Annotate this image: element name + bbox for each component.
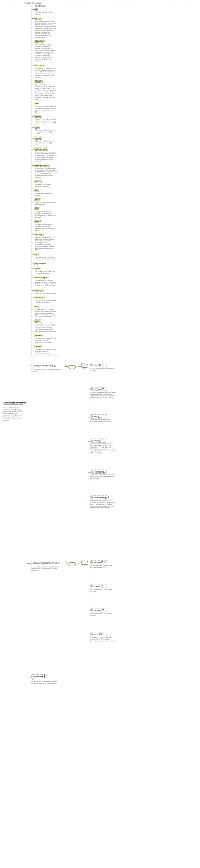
any-other-box: any ##other [31, 675, 45, 678]
attribute-desc: The related value (see more in the spec … [35, 271, 56, 274]
element-box[interactable]: narrower+ [90, 609, 105, 612]
attribute-desc: If set to true the corresponding propert… [35, 84, 56, 100]
attribute-desc: A qualified code which identifies a conc… [35, 184, 56, 187]
element-desc: A link to an item or a web resource whic… [90, 474, 116, 479]
element-icon [91, 496, 93, 499]
element-label: related [94, 633, 99, 635]
expand-icon[interactable]: + [54, 365, 56, 367]
expand-icon[interactable]: + [58, 562, 60, 564]
element-box[interactable]: definition+ [90, 388, 105, 391]
attribute-any---other: any ##other [34, 262, 59, 265]
element-box[interactable]: broader+ [90, 585, 104, 588]
attribute-reluri: reluriThe identifier of a concept defini… [34, 319, 59, 332]
attribute-desc: A free-text value assigned as property v… [35, 202, 56, 206]
element-box[interactable]: sameAs+ [90, 561, 105, 564]
element-box[interactable]: facet+ [90, 439, 102, 442]
attribute-box: modified [34, 64, 43, 67]
attributes-header: attributes [34, 5, 47, 7]
attribute-box: custom [34, 80, 43, 83]
attribute-box: id [34, 8, 38, 11]
attribute-box: how [34, 102, 40, 105]
element-desc: Additional natural language information … [90, 419, 116, 422]
expand-icon[interactable]: + [99, 364, 101, 366]
attribute-desc: The date (and, optionally, the time) bef… [35, 338, 56, 343]
element-desc: An identifier of a concept with equivale… [90, 565, 116, 568]
attribute-valuedatatype: valuedatatypeThe datatype of the value a… [34, 276, 59, 287]
element-facet: facet+(In NAR 1.8 and later, facet is de… [90, 439, 198, 454]
attribute-desc: The type of the concept assigned as cont… [35, 224, 56, 231]
attribute-id: idThe local identifier of the property. [34, 8, 59, 15]
attribute-pubconstraint: pubconstraintOne or many constraints tha… [34, 148, 59, 162]
attribute-creatoruri: creatoruriIf the attribute is empty, spe… [34, 40, 59, 62]
element-icon [91, 609, 93, 611]
attribute-how: howIndicates by which means the value wa… [34, 102, 59, 113]
element-broader: broader+An identifier of a more generic … [90, 585, 198, 592]
element-label: hierarchyInfo [94, 497, 105, 499]
attribute-custom: customIf set to true the corresponding p… [34, 80, 59, 100]
element-icon [91, 561, 93, 564]
ext-desc: Extension point for provider-defined pro… [31, 681, 57, 684]
expand-icon[interactable]: + [100, 633, 102, 635]
cardinality-label: 0..∞ [32, 678, 57, 680]
attributes-icon [35, 5, 37, 7]
group-concept-definition: ConceptDefinitionGroup + A group of prop… [31, 364, 198, 525]
attribute-validto: validtoThe date (and, optionally, the ti… [34, 345, 59, 354]
element-label: definition [94, 388, 102, 390]
element-box[interactable]: name+ [90, 364, 103, 367]
element-remoteInfo: remoteInfo+A link to an item or a web re… [90, 470, 198, 479]
element-label: note [94, 416, 98, 418]
element-icon [91, 440, 93, 442]
attribute-desc: If the attribute is empty, specifies whi… [35, 44, 56, 62]
element-icon [91, 415, 93, 418]
attribute-desc: If the property value is not defined, sp… [35, 20, 56, 38]
attribute-why: whyWhy the metadata has been included - … [34, 126, 59, 135]
group-box[interactable]: ConceptDefinitionGroup + [31, 364, 67, 368]
element-hierarchyInfo: hierarchyInfo+Represents the position of… [90, 496, 198, 509]
attribute-desc: The date (and, optionally, the time) aft… [35, 348, 56, 354]
attribute-desc: The type of the concept assigned as cont… [35, 211, 56, 218]
element-box[interactable]: remoteInfo+ [90, 470, 107, 473]
attribute-desc: The date (and, optionally, the time) whe… [35, 67, 56, 79]
attribute-creator: creatorIf the property value is not defi… [34, 17, 59, 38]
attribute-desc: Indicates by which means the value was e… [35, 118, 56, 124]
expand-icon[interactable]: + [101, 586, 103, 587]
attribute-box: literal [34, 198, 41, 201]
attribute-dir: dirThe directionality of textual content… [34, 253, 59, 260]
attribute-box: rel [34, 305, 39, 308]
element-label: sameAs [94, 561, 101, 563]
attribute-box: creatoruri [34, 40, 45, 43]
element-icon [91, 364, 93, 366]
element-box[interactable]: hierarchyInfo+ [90, 496, 109, 499]
group-concept-relationships: ConceptRelationshipsGroup + A group of p… [31, 561, 198, 658]
expand-icon[interactable]: + [102, 388, 104, 390]
attribute-box: any ##other [34, 262, 47, 265]
expand-icon[interactable]: + [102, 609, 104, 611]
attribute-desc: The unit of the value attribute - expres… [35, 300, 56, 303]
expand-icon[interactable]: + [101, 561, 103, 563]
type-frame: Flex2ExtPropType contentMetaExtProperty … [1, 1, 199, 862]
expand-icon[interactable]: + [98, 440, 101, 441]
attribute-box: value [34, 267, 41, 270]
attribute-desc: The directionality of textual content (e… [35, 256, 56, 260]
element-box[interactable]: note+ [90, 415, 102, 418]
attribute-literal: literalA free-text value assigned as pro… [34, 198, 59, 206]
element-sameAs: sameAs+An identifier of a concept with e… [90, 561, 198, 568]
expand-icon[interactable]: + [98, 416, 100, 418]
element-narrower: narrower+An identifier of a more specifi… [90, 609, 198, 616]
group-box[interactable]: ConceptRelationshipsGroup + [31, 561, 67, 565]
attribute-box: validfrom [34, 334, 44, 337]
attribute-qcode: qcodeA qualified code which identifies a… [34, 180, 59, 187]
expand-icon[interactable]: + [105, 497, 107, 499]
attribute-desc: The identifier of a concept defining the… [35, 309, 56, 317]
expand-icon[interactable]: + [104, 471, 105, 473]
attribute-desc: Why the metadata has been included - exp… [35, 129, 56, 135]
attribute-modified: modifiedThe date (and, optionally, the t… [34, 64, 59, 79]
cardinality-label: 0..∞ [80, 368, 87, 369]
element-desc: Represents the position of a concept in … [90, 500, 116, 509]
element-desc: (In NAR 1.8 and later, facet is deprecat… [90, 443, 116, 454]
attribute-desc: Indicates by which means the value was e… [35, 105, 56, 113]
sequence-icon [68, 562, 76, 566]
element-box[interactable]: related+ [90, 633, 104, 636]
attribute-desc: The unit of the value attribute. [35, 292, 56, 294]
attribute-desc: The identifier of a concept defining the… [35, 323, 56, 332]
